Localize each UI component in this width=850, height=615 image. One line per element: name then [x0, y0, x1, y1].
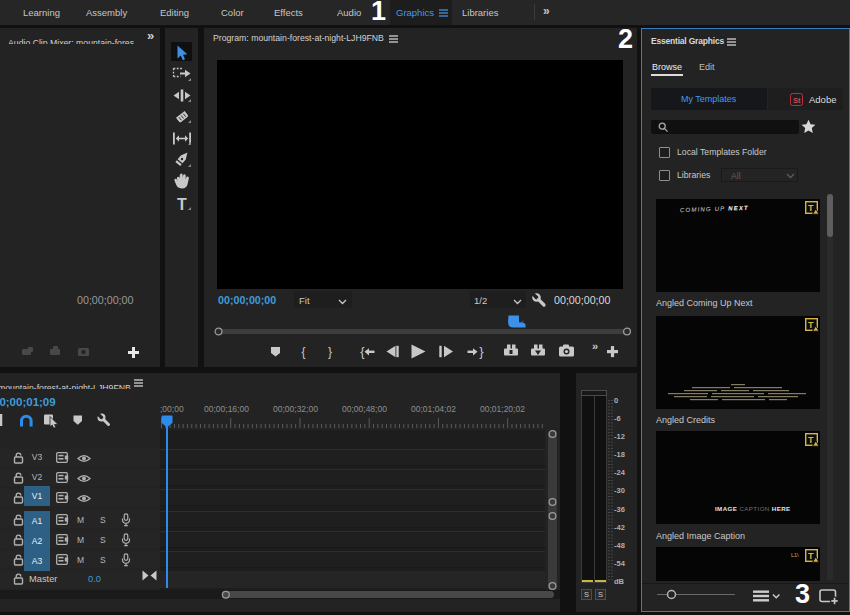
svg-text:}: } — [328, 345, 332, 359]
svg-text:T: T — [808, 203, 814, 213]
svg-text:}: } — [479, 344, 484, 359]
svg-text:{: { — [301, 345, 305, 359]
svg-text:T: T — [808, 320, 814, 330]
svg-text:{: { — [360, 344, 365, 359]
svg-text:T: T — [808, 435, 814, 445]
svg-text:»: » — [592, 340, 598, 352]
svg-text:T: T — [177, 196, 187, 213]
svg-text:T: T — [808, 551, 814, 561]
